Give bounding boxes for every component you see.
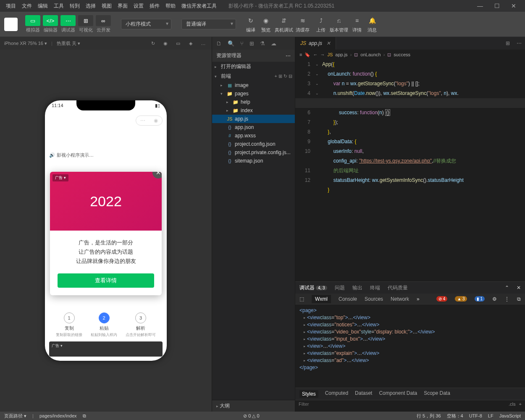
code-editor[interactable]: 12345678910 1112 ⌄⌄⌄⌄ App({ onLaunch: fu… [295,60,525,281]
file-tree-item[interactable]: {}app.json [212,123,295,131]
file-tree-item[interactable]: ▸📁help [212,98,295,106]
split-icon[interactable]: ⊞ [502,40,513,46]
debugger-button[interactable]: ⋯调试器 [60,15,76,33]
sim-record-icon[interactable]: ◉ [161,41,170,46]
page-route[interactable]: pages/index/index [39,413,77,418]
nav-back-icon[interactable]: ← [313,52,318,57]
tab-terminal[interactable]: 终端 [370,284,380,291]
dataset-tab[interactable]: Dataset [355,390,372,398]
status-problems[interactable]: ⊘ 0 △ 0 [243,413,259,419]
file-tree-item[interactable]: ▸▦image [212,81,295,89]
flask-icon[interactable]: ⚗ [260,40,265,47]
tab-debugger[interactable]: 调试器4, 3 [299,284,327,291]
frontend-section[interactable]: ▾前端+ ⊞ ↻ ⊟ [212,71,295,81]
search-icon[interactable]: 🔍 [228,40,234,47]
copy-icon[interactable]: ⧉ [83,413,86,419]
device-select[interactable]: iPhone XR 75% 16 ▾ [4,41,47,46]
file-tree-item[interactable]: {}sitemap.json [212,157,295,165]
editor-more-icon[interactable]: ⋯ [513,40,525,46]
component-data-tab[interactable]: Component Data [379,390,417,398]
devtab-sources[interactable]: Sources [365,296,383,302]
devtab-network[interactable]: Network [391,296,409,302]
branch-icon[interactable]: ⑂ [240,40,244,47]
visual-button[interactable]: ⊞可视化 [78,15,93,33]
file-tree-item[interactable]: #app.wxss [212,131,295,140]
details-button[interactable]: ≡详情 [351,15,363,33]
maximize-icon[interactable]: ☐ [489,3,505,9]
preview-button[interactable]: ◉预览 [260,15,272,33]
filter-input[interactable] [299,402,509,407]
inspect-icon[interactable]: ⬚ [299,296,304,302]
tab-problems[interactable]: 问题 [335,284,345,291]
error-badge[interactable]: ⊘ 4 [436,296,447,302]
compile-button[interactable]: ↻编译 [244,15,257,33]
list-icon[interactable]: ≡ [299,52,302,57]
close-icon[interactable]: ✕ [506,3,522,9]
menu-item[interactable]: 选择 [83,2,98,10]
devtab-wxml[interactable]: Wxml [312,295,331,303]
menu-item[interactable]: 工具 [51,2,66,10]
messages-button[interactable]: 🔔消息 [366,15,378,33]
scope-data-tab[interactable]: Scope Data [424,390,450,398]
editor-button[interactable]: </>编辑器 [43,15,58,33]
cls-button[interactable]: .cls [509,402,516,407]
info-badge[interactable]: ▮ 1 [475,296,485,302]
menu-item[interactable]: 设置 [131,2,146,10]
menu-item[interactable]: 微信开发者工具 [179,2,219,10]
compile-dropdown[interactable]: 普通编译 [181,19,236,29]
close-tab-icon[interactable]: ✕ [326,40,331,46]
sim-refresh-icon[interactable]: ↻ [149,41,157,46]
avatar[interactable] [4,18,18,31]
cloud-button[interactable]: ∞云开发 [96,15,111,33]
files-icon[interactable]: 🗋 [216,40,222,47]
menu-item[interactable]: 文件 [19,2,34,10]
language-mode[interactable]: JavaScript [499,413,521,418]
file-tree-item[interactable]: {}project.private.config.js... [212,148,295,157]
breadcrumb[interactable]: ≡ 🔖 ← → JSapp.js› ⊡onLaunch› ⊡success [295,50,525,60]
file-tree-item[interactable]: {}project.config.json [212,140,295,148]
menu-item[interactable]: 插件 [147,2,162,10]
minimize-icon[interactable]: — [472,3,488,9]
encoding[interactable]: UTF-8 [469,413,482,418]
menu-item[interactable]: 转到 [67,2,82,10]
remote-debug-button[interactable]: ⇵真机调试 [275,15,293,33]
eol[interactable]: LF [488,413,494,418]
editor-tab[interactable]: JSapp.js✕ [295,37,336,50]
more-tabs-icon[interactable]: » [417,296,420,302]
page-path-dropdown[interactable]: 页面路径 ▾ [4,413,26,419]
menu-item[interactable]: 帮助 [163,2,178,10]
cursor-position[interactable]: 行 5，列 36 [417,413,441,419]
simulator-button[interactable]: ▭模拟器 [25,15,40,33]
warn-badge[interactable]: ▲ 3 [455,296,467,302]
chevron-up-icon[interactable]: ⌃ [505,285,509,291]
outline-section[interactable]: ▸ 大纲 [212,400,295,412]
gear-icon[interactable]: ⚙ [492,296,497,302]
dots-icon[interactable]: ⋮ [504,296,509,302]
computed-tab[interactable]: Computed [325,390,348,398]
hot-reload-toggle[interactable]: 热重载 关 ▾ [57,40,80,47]
styles-tab[interactable]: Styles [299,390,318,398]
devtab-console[interactable]: Console [339,296,357,302]
sim-phone-icon[interactable]: ▭ [174,41,182,46]
box-icon[interactable]: ⊞ [249,40,254,47]
open-editors-section[interactable]: ▸打开的编辑器 [212,62,295,71]
version-button[interactable]: ⎌版本管理 [330,15,348,33]
close-panel-icon[interactable]: ✕ [517,285,521,291]
add-class-icon[interactable]: + [519,402,522,407]
view-details-button[interactable]: 查看详情 [58,273,154,288]
upload-button[interactable]: ⤴上传 [315,15,327,33]
tab-output[interactable]: 输出 [352,284,362,291]
nav-forward-icon[interactable]: → [320,52,325,57]
more-icon[interactable]: ⋯ [286,53,291,59]
indent-setting[interactable]: 空格：4 [447,413,463,419]
file-tree-item[interactable]: ▾📁pages [212,89,295,98]
menu-item[interactable]: 项目 [3,2,18,10]
file-tree-item[interactable]: ▸📁index [212,106,295,115]
sim-more-icon[interactable]: … [199,41,207,46]
menu-item[interactable]: 界面 [115,2,130,10]
popout-icon[interactable]: ⧉ [517,296,521,302]
bottom-ad[interactable]: 广告 ▾ [49,341,163,357]
tab-quality[interactable]: 代码质量 [388,284,408,291]
file-tree-item[interactable]: JSapp.js [212,115,295,123]
bookmark-icon[interactable]: 🔖 [304,52,310,58]
